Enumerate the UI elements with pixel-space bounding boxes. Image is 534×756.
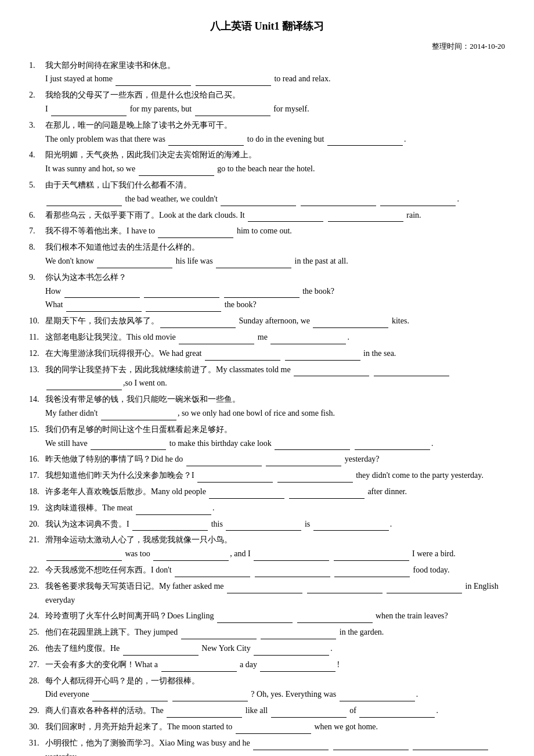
blank xyxy=(266,457,341,466)
blank xyxy=(64,289,140,298)
blank xyxy=(179,335,254,344)
blank xyxy=(195,107,270,116)
item-content: 玲玲查明了火车什么时间离开吗？Does Lingling when the tr… xyxy=(45,609,505,623)
blank xyxy=(387,584,462,593)
list-item: 15. 我们仍有足够的时间让这个生日蛋糕看起来足够好。We still have… xyxy=(29,423,505,451)
blank xyxy=(270,335,346,344)
cn-line: 我们根本不知道他过去的生活是什么样的。 xyxy=(45,240,505,254)
blank xyxy=(254,552,329,561)
item-num: 4. xyxy=(29,148,45,162)
blank xyxy=(260,663,335,672)
blank xyxy=(307,584,383,593)
item-num: 24. xyxy=(29,609,45,623)
cn-line: 我认为这本词典不贵。I this is . xyxy=(45,517,505,531)
list-item: 11. 这部老电影让我哭泣。This old movie me . xyxy=(29,330,505,344)
item-content: 在那儿，唯一的问题是晚上除了读书之外无事可干。The only problem … xyxy=(45,118,505,146)
item-content: 许多老年人喜欢晚饭后散步。Many old people after dinne… xyxy=(45,485,505,499)
blank xyxy=(139,167,214,176)
cn-line: 我爸没有带足够的钱，我们只能吃一碗米饭和一些鱼。 xyxy=(45,393,505,406)
list-item: 6. 看那些乌云，天似乎要下雨了。Look at the dark clouds… xyxy=(29,208,505,222)
date-line: 整理时间：2014-10-20 xyxy=(29,40,505,53)
blank xyxy=(313,521,389,531)
item-content: 每个人都玩得开心吗？是的，一切都很棒。Did everyone ? Oh, ye… xyxy=(45,674,505,702)
blank xyxy=(216,259,291,268)
cn-line: 在那儿，唯一的问题是晚上除了读书之外无事可干。 xyxy=(45,118,505,132)
item-num: 23. xyxy=(29,579,45,593)
blank xyxy=(327,136,403,146)
cn-line: 一天会有多大的变化啊！What a a day ! xyxy=(45,658,505,672)
blank xyxy=(209,489,284,499)
item-content: 这部老电影让我哭泣。This old movie me . xyxy=(45,330,505,344)
item-content: 你认为这本书怎么样？How the book?What the book? xyxy=(45,271,505,312)
item-num: 9. xyxy=(29,271,45,285)
blank xyxy=(158,229,233,238)
blank xyxy=(186,457,262,466)
cn-line: 由于天气糟糕，山下我们什么都看不清。 xyxy=(45,178,505,192)
blank xyxy=(236,725,311,734)
blank xyxy=(197,473,273,483)
item-content: 我们回家时，月亮开始升起来了。The moon started to when … xyxy=(45,720,505,734)
item-content: 我的同学让我坚持下去，因此我就继续前进了。My classmates told … xyxy=(45,363,505,391)
item-content: 看那些乌云，天似乎要下雨了。Look at the dark clouds. I… xyxy=(45,208,505,222)
blank xyxy=(313,319,388,328)
item-content: 滑翔伞运动太激动人心了，我感觉我就像一只小鸟。 was too , and I … xyxy=(45,533,505,561)
cn-line: 商人们喜欢各种各样的活动。The like all of . xyxy=(45,704,505,718)
list-item: 30. 我们回家时，月亮开始升起来了。The moon started to w… xyxy=(29,720,505,734)
item-num: 20. xyxy=(29,517,45,531)
item-num: 7. xyxy=(29,224,45,238)
cn-line: 他去了纽约度假。He New York City . xyxy=(45,642,505,656)
item-num: 17. xyxy=(29,469,45,483)
blank xyxy=(161,663,237,672)
item-num: 28. xyxy=(29,674,45,688)
list-item: 7. 我不得不等着他出来。I have to him to come out. xyxy=(29,224,505,238)
cn-line: 滑翔伞运动太激动人心了，我感觉我就像一只小鸟。 xyxy=(45,533,505,547)
blank xyxy=(294,367,369,376)
blank xyxy=(46,552,122,561)
item-content: 小明很忙，他为了测验而学习。Xiao Ming was busy and he … xyxy=(45,736,505,756)
blank xyxy=(289,489,365,499)
blank xyxy=(217,614,293,623)
blank xyxy=(301,197,376,206)
item-num: 11. xyxy=(29,330,45,344)
blank xyxy=(181,630,257,639)
cn-line: 玲玲查明了火车什么时间离开吗？Does Lingling when the tr… xyxy=(45,609,505,623)
cn-line: 小明很忙，他为了测验而学习。Xiao Ming was busy and he … xyxy=(45,736,505,756)
list-item: 12. 在大海里游泳我们玩得很开心。We had great in the se… xyxy=(29,347,505,361)
blank xyxy=(205,351,280,361)
blank xyxy=(227,584,302,593)
blank xyxy=(253,741,329,750)
list-item: 28. 每个人都玩得开心吗？是的，一切都很棒。Did everyone ? Oh… xyxy=(29,674,505,702)
en-line: My father didn't , so we only had one bo… xyxy=(45,406,505,420)
blank xyxy=(92,692,168,701)
blank xyxy=(66,303,142,312)
blank xyxy=(132,521,208,531)
item-content: 一天会有多大的变化啊！What a a day ! xyxy=(45,658,505,672)
cn-line: 这部老电影让我哭泣。This old movie me . xyxy=(45,330,505,344)
list-item: 24. 玲玲查明了火车什么时间离开吗？Does Lingling when th… xyxy=(29,609,505,623)
item-content: 他们在花园里跳上跳下。They jumped in the garden. xyxy=(45,625,505,639)
blank xyxy=(167,708,242,718)
blank xyxy=(101,411,176,420)
item-content: 他去了纽约度假。He New York City . xyxy=(45,642,505,656)
blank xyxy=(175,568,250,577)
item-num: 19. xyxy=(29,501,45,515)
cn-line: 看那些乌云，天似乎要下雨了。Look at the dark clouds. I… xyxy=(45,208,505,222)
blank xyxy=(255,568,330,577)
item-num: 10. xyxy=(29,314,45,328)
blank xyxy=(91,441,166,450)
item-content: 阳光明媚，天气炎热，因此我们决定去宾馆附近的海滩上。It was sunny a… xyxy=(45,148,505,176)
blank xyxy=(285,351,360,361)
list-item: 9. 你认为这本书怎么样？How the book?What the book? xyxy=(29,271,505,312)
item-content: 我大部分时间待在家里读书和休息。I just stayed at home to… xyxy=(45,59,505,87)
en-line: I just stayed at home to read and relax. xyxy=(45,72,505,86)
item-content: 我认为这本词典不贵。I this is . xyxy=(45,517,505,531)
en-line: We don't know his life was in the past a… xyxy=(45,254,505,268)
blank xyxy=(374,367,449,376)
item-num: 16. xyxy=(29,452,45,466)
list-item: 26. 他去了纽约度假。He New York City . xyxy=(29,642,505,656)
blank xyxy=(196,77,271,86)
item-num: 29. xyxy=(29,704,45,718)
cn-line: 我们回家时，月亮开始升起来了。The moon started to when … xyxy=(45,720,505,734)
page-title: 八上英语 Unit1 翻译练习 xyxy=(29,17,505,35)
list-item: 1. 我大部分时间待在家里读书和休息。I just stayed at home… xyxy=(29,59,505,87)
